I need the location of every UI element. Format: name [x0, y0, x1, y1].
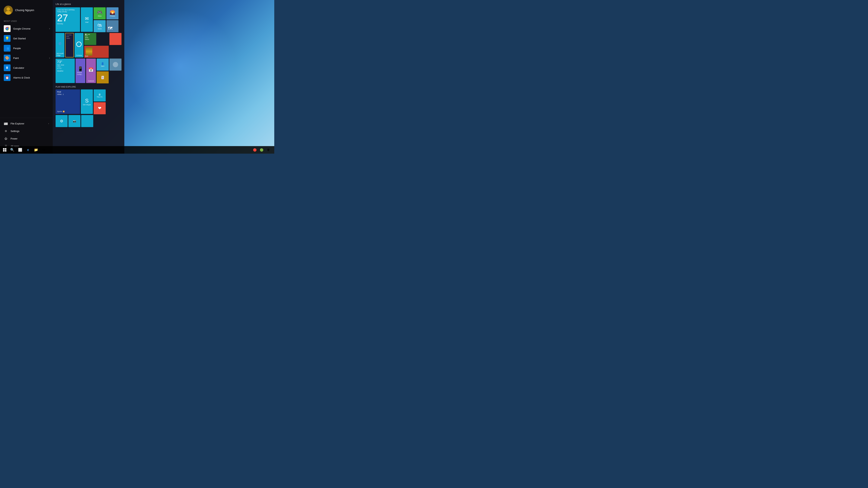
tile-photos[interactable]: 🌄 Photos: [106, 7, 119, 20]
tile-thispc[interactable]: 🖥 This PC: [94, 90, 106, 101]
section2-label: Play and explore: [56, 86, 122, 88]
settings-b-icon: ⚙: [60, 119, 63, 123]
phonecomp-label: Phone Comp...: [77, 71, 84, 75]
tile-weather[interactable]: 73° San Jose Clear 81°/61° Weather: [56, 59, 75, 83]
tile-cortana[interactable]: Cortana: [74, 33, 84, 58]
getstarted-icon: 💡: [4, 35, 10, 42]
sam-label: Sam: [101, 65, 104, 67]
tile-outlook[interactable]: 📅 Outlook: [86, 59, 96, 83]
tile-row-2: e Microsoft Edge Function...Find...Show.…: [56, 33, 122, 58]
health-icon: ❤: [98, 106, 101, 111]
tile-photo[interactable]: Beki: [84, 46, 109, 58]
chrome-arrow: ›: [49, 27, 50, 30]
taskbar-edge[interactable]: e: [24, 146, 32, 154]
tile-mail[interactable]: ✉ Mail: [81, 7, 93, 32]
tile-settings-b[interactable]: ⚙: [56, 115, 68, 127]
tile-small-cyan[interactable]: [81, 115, 93, 127]
svg-rect-9: [4, 123, 5, 123]
sports-bottom: Sports 📶: [57, 110, 65, 112]
tile-maps[interactable]: 🗺: [106, 20, 119, 32]
taskbar-red-icon[interactable]: 🔴: [252, 147, 258, 153]
mail-label: Mail: [85, 21, 89, 23]
right-panel: Life at a glance Loke-Uei Tan's birthday…: [53, 0, 124, 154]
col-group-7: 🖥 This PC ❤: [94, 90, 106, 114]
notes-content: Function...Find...Show...: [66, 34, 73, 39]
sports-final: Final: [57, 91, 61, 93]
tile-red2[interactable]: [110, 33, 122, 45]
tile-notes[interactable]: Function...Find...Show...: [65, 33, 74, 58]
people-icon: 👥: [4, 45, 10, 52]
sam-icon: 👤: [101, 62, 104, 65]
photo-label: Beki: [85, 55, 88, 57]
taskbar-fileexplorer[interactable]: 📁: [32, 146, 40, 154]
circle-icon: [113, 62, 118, 67]
tile-sam[interactable]: 👤 Sam: [97, 59, 109, 71]
svg-point-2: [5, 11, 11, 15]
start-button[interactable]: [1, 146, 8, 154]
settings-icon: ⚙: [4, 129, 8, 133]
left-panel: Chuong Nguyen Most used Google: [0, 0, 53, 154]
search-icon: 🔍: [10, 148, 14, 152]
cortana-label: Cortana: [76, 55, 82, 56]
bottom-item-settings[interactable]: ⚙ Settings: [0, 127, 53, 135]
tile-xbox[interactable]: 🎮 Xbox: [94, 7, 106, 20]
paint-icon: 🎨: [4, 55, 10, 61]
calculator-label: Calculator: [13, 66, 24, 69]
fileexplorer-arrow: ›: [48, 122, 49, 125]
bottom-item-power[interactable]: ⏻ Power: [0, 135, 53, 142]
maps-icon: 🗺: [108, 26, 113, 31]
tile-phonecomp[interactable]: 📱 Phone Comp...: [75, 59, 85, 83]
app-item-paint[interactable]: 🎨 Paint ›: [0, 53, 53, 63]
weather-city: San Jose: [57, 64, 64, 66]
app-item-alarmsclock[interactable]: ⏰ Alarms & Clock: [0, 73, 53, 83]
photo-content: [86, 47, 92, 56]
weather-condition: Clear: [57, 66, 61, 68]
app-item-getstarted[interactable]: 💡 Get Started: [0, 34, 53, 43]
tile-sports[interactable]: Final Athlet.. 1 Sports 📶: [56, 90, 80, 114]
tile-edge[interactable]: e Microsoft Edge: [56, 33, 64, 58]
tile-store[interactable]: 🛍 Store: [94, 20, 106, 32]
paint-arrow: ›: [49, 57, 50, 59]
avatar: [4, 6, 13, 15]
calendar-day: 27: [57, 13, 68, 23]
app-item-chrome[interactable]: Google Chrome ›: [0, 24, 53, 34]
xbox-label: Xbox: [98, 15, 102, 17]
taskbar-taskview[interactable]: ⬜: [17, 146, 24, 154]
bottom-item-fileexplorer[interactable]: File Explorer ›: [0, 120, 53, 127]
taskbar-search[interactable]: 🔍: [8, 146, 16, 154]
tile-health[interactable]: ❤: [94, 102, 106, 114]
photos-icon: 🌄: [110, 10, 115, 15]
user-section[interactable]: Chuong Nguyen: [0, 4, 53, 19]
svg-point-1: [7, 7, 10, 11]
tiles-container: Loke-Uei Tan's birthday Today all day 27…: [56, 7, 122, 127]
app-list: Google Chrome › 💡 Get Started 👥 People: [0, 24, 53, 118]
weather-temp: 73°: [57, 60, 62, 64]
chrome-icon: [4, 25, 10, 32]
section1-label: Life at a glance: [56, 3, 122, 5]
tile-cards[interactable]: 🃏: [97, 71, 109, 84]
svg-rect-11: [5, 148, 6, 150]
taskbar-trash-icon[interactable]: 🗑: [266, 147, 272, 153]
tile-row-3: 73° San Jose Clear 81°/61° Weather 📱 Pho…: [56, 59, 122, 84]
tile-phone-b[interactable]: 📷: [68, 115, 81, 127]
settings-label: Settings: [10, 130, 20, 133]
calendar-weekday: Monday: [57, 23, 63, 25]
tile-calendar[interactable]: Loke-Uei Tan's birthday Today all day 27…: [56, 7, 80, 32]
tile-circleblue[interactable]: [110, 59, 122, 71]
weather-label: Weather: [57, 70, 63, 72]
svg-rect-12: [3, 150, 4, 152]
taskbar-store[interactable]: 🛍: [40, 146, 48, 154]
mail-icon: ✉: [85, 16, 89, 21]
paint-label: Paint: [13, 57, 19, 60]
phonecomp-icon: 📱: [78, 66, 83, 71]
taskbar-green-icon[interactable]: 🟢: [259, 147, 265, 153]
tile-skype[interactable]: S Get Skype: [81, 90, 93, 114]
thispc-label: This PC: [97, 96, 103, 98]
tile-news[interactable]: 📰 Load Find Show News: [84, 33, 96, 45]
cortana-icon: [76, 42, 82, 47]
taskbar-system-icons: 🔴 🟢 🗑: [252, 147, 273, 153]
power-label: Power: [10, 137, 18, 140]
app-item-calculator[interactable]: 🖩 Calculator: [0, 63, 53, 73]
taskbar-edge-icon: e: [27, 148, 29, 152]
app-item-people[interactable]: 👥 People: [0, 43, 53, 53]
